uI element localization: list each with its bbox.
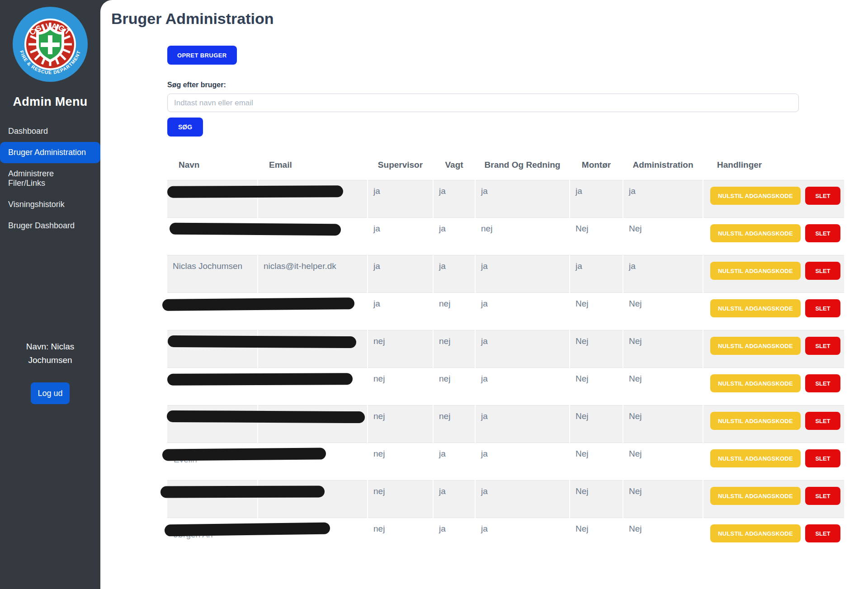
logo: CS VAGT FIRE & RESCUE DEPARTMENT <box>0 0 100 82</box>
permission-cell-supervisor: nej <box>368 518 433 556</box>
reset-password-button[interactable]: NULSTIL ADGANGSKODE <box>710 524 801 542</box>
reset-password-button[interactable]: NULSTIL ADGANGSKODE <box>710 374 801 392</box>
column-header-navn: Navn <box>167 160 258 180</box>
search-label: Søg efter bruger: <box>167 81 868 89</box>
actions-cell: NULSTIL ADGANGSKODESLET <box>703 218 844 255</box>
permission-cell-montor: Nej <box>570 443 623 481</box>
logout-button[interactable]: Log ud <box>31 382 70 404</box>
table-row: Niclas Jochumsenniclas@it-helper.dkjajaj… <box>167 255 844 293</box>
permission-cell-vagt: nej <box>433 293 475 330</box>
permission-cell-vagt: ja <box>433 180 475 218</box>
permission-cell-supervisor: nej <box>368 405 433 443</box>
permission-cell-administration: Nej <box>623 293 703 330</box>
reset-password-button[interactable]: NULSTIL ADGANGSKODE <box>710 449 801 467</box>
sidebar-item-bruger-dashboard[interactable]: Bruger Dashboard <box>0 215 100 236</box>
actions-cell: NULSTIL ADGANGSKODESLET <box>703 180 844 218</box>
sidebar: CS VAGT FIRE & RESCUE DEPARTMENT Admin M… <box>0 0 100 589</box>
sidebar-item-visningshistorik[interactable]: Visningshistorik <box>0 194 100 215</box>
reset-password-button[interactable]: NULSTIL ADGANGSKODE <box>710 187 801 205</box>
permission-cell-administration: Nej <box>623 481 703 518</box>
permission-cell-brand_og_redning: ja <box>475 518 570 556</box>
column-header-handlinger: Handlinger <box>703 160 844 180</box>
permission-cell-brand_og_redning: ja <box>475 481 570 518</box>
user-name-cell <box>167 293 258 330</box>
actions-cell: NULSTIL ADGANGSKODESLET <box>703 255 844 293</box>
permission-cell-montor: Nej <box>570 330 623 368</box>
user-name-cell <box>167 330 258 368</box>
table-row: jajajajajaNULSTIL ADGANGSKODESLET <box>167 180 844 218</box>
permission-cell-supervisor: nej <box>368 443 433 481</box>
redaction-bar <box>170 223 341 236</box>
create-user-button[interactable]: OPRET BRUGER <box>167 46 237 65</box>
table-row: janejjaNejNejNULSTIL ADGANGSKODESLET <box>167 293 844 330</box>
permission-cell-vagt: nej <box>433 368 475 405</box>
permission-cell-montor: Nej <box>570 405 623 443</box>
permission-cell-administration: Nej <box>623 368 703 405</box>
reset-password-button[interactable]: NULSTIL ADGANGSKODE <box>710 337 801 355</box>
redaction-bar <box>167 410 365 423</box>
permission-cell-montor: ja <box>570 255 623 293</box>
table-row: nejnejjaNejNejNULSTIL ADGANGSKODESLET <box>167 405 844 443</box>
reset-password-button[interactable]: NULSTIL ADGANGSKODE <box>710 224 801 242</box>
redaction-bar <box>162 448 326 461</box>
reset-password-button[interactable]: NULSTIL ADGANGSKODE <box>710 487 801 505</box>
delete-button[interactable]: SLET <box>805 487 840 505</box>
column-header-brand-og-redning: Brand Og Redning <box>475 160 570 180</box>
redaction-bar <box>168 335 356 348</box>
permission-cell-vagt: nej <box>433 330 475 368</box>
permission-cell-montor: ja <box>570 180 623 218</box>
sidebar-item-dashboard[interactable]: Dashboard <box>0 121 100 142</box>
actions-cell: NULSTIL ADGANGSKODESLET <box>703 443 844 481</box>
column-header-administration: Administration <box>623 160 703 180</box>
sidebar-menu: DashboardBruger AdministrationAdministre… <box>0 121 100 236</box>
redaction-bar <box>167 185 343 198</box>
search-button[interactable]: SØG <box>167 118 203 137</box>
permission-cell-administration: Nej <box>623 405 703 443</box>
permission-cell-vagt: ja <box>433 443 475 481</box>
reset-password-button[interactable]: NULSTIL ADGANGSKODE <box>710 262 801 280</box>
permission-cell-vagt: ja <box>433 218 475 255</box>
delete-button[interactable]: SLET <box>805 262 840 280</box>
permission-cell-administration: Nej <box>623 518 703 556</box>
permission-cell-supervisor: ja <box>368 218 433 255</box>
permission-cell-administration: Nej <box>623 443 703 481</box>
permission-cell-brand_og_redning: ja <box>475 368 570 405</box>
table-row: nejnejjaNejNejNULSTIL ADGANGSKODESLET <box>167 330 844 368</box>
actions-cell: NULSTIL ADGANGSKODESLET <box>703 368 844 405</box>
user-name-cell <box>167 180 258 218</box>
delete-button[interactable]: SLET <box>805 337 840 355</box>
column-header-vagt: Vagt <box>433 160 475 180</box>
redaction-bar <box>165 522 330 536</box>
delete-button[interactable]: SLET <box>805 299 840 317</box>
reset-password-button[interactable]: NULSTIL ADGANGSKODE <box>710 299 801 317</box>
delete-button[interactable]: SLET <box>805 187 840 205</box>
delete-button[interactable]: SLET <box>805 374 840 392</box>
actions-cell: NULSTIL ADGANGSKODESLET <box>703 481 844 518</box>
reset-password-button[interactable]: NULSTIL ADGANGSKODE <box>710 412 801 430</box>
column-header-supervisor: Supervisor <box>368 160 433 180</box>
actions-cell: NULSTIL ADGANGSKODESLET <box>703 293 844 330</box>
permission-cell-brand_og_redning: ja <box>475 330 570 368</box>
sidebar-item-administrere-filer-links[interactable]: Administrere Filer/Links <box>0 163 100 194</box>
redaction-bar <box>160 485 325 498</box>
delete-button[interactable]: SLET <box>805 224 840 242</box>
column-header-email: Email <box>258 160 368 180</box>
delete-button[interactable]: SLET <box>805 449 840 467</box>
permission-cell-administration: Nej <box>623 218 703 255</box>
sidebar-title: Admin Menu <box>0 95 100 109</box>
delete-button[interactable]: SLET <box>805 524 840 542</box>
user-name-cell <box>167 481 258 518</box>
permission-cell-vagt: ja <box>433 481 475 518</box>
permission-cell-brand_og_redning: ja <box>475 255 570 293</box>
sidebar-item-bruger-administration[interactable]: Bruger Administration <box>0 142 100 163</box>
user-name-cell: Jørgen An <box>167 518 258 556</box>
permission-cell-supervisor: ja <box>368 255 433 293</box>
delete-button[interactable]: SLET <box>805 412 840 430</box>
permission-cell-brand_og_redning: nej <box>475 218 570 255</box>
permission-cell-montor: Nej <box>570 481 623 518</box>
permission-cell-administration: ja <box>623 180 703 218</box>
table-row: EvelinnejjajaNejNejNULSTIL ADGANGSKODESL… <box>167 443 844 481</box>
actions-cell: NULSTIL ADGANGSKODESLET <box>703 405 844 443</box>
search-input[interactable] <box>167 94 799 112</box>
main-panel: Bruger Administration OPRET BRUGER Søg e… <box>100 0 868 589</box>
